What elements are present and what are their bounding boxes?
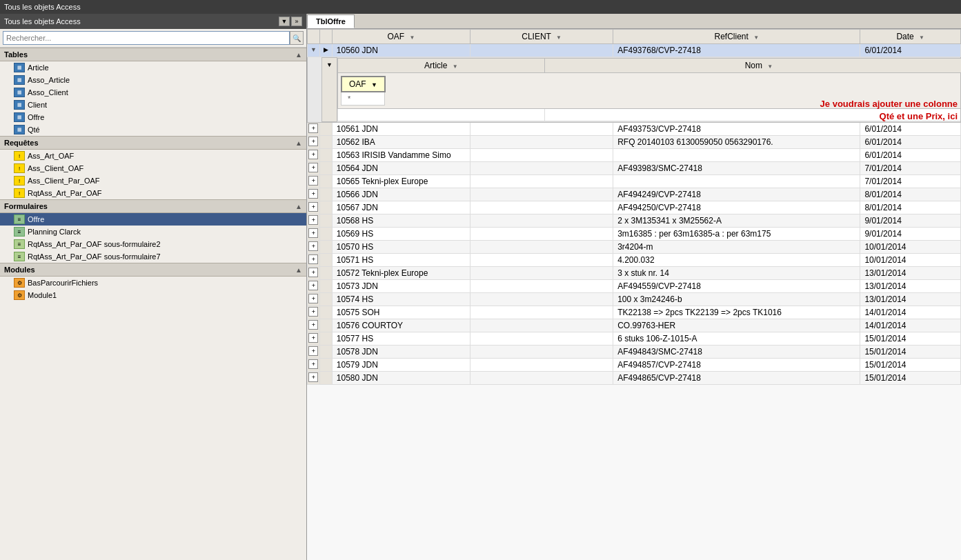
nav-item-rqtass-art-par-oaf[interactable]: ! RqtAss_Art_Par_OAF [0,187,306,199]
row-expand-ctrl[interactable]: + [308,372,320,385]
oaf-new-row[interactable]: * [341,92,385,106]
row-expand-ctrl[interactable]: + [308,254,320,267]
sub-col-nom-sort[interactable]: ▼ [767,63,773,70]
table-row[interactable]: + 10579 JDN AF494857/CVP-27418 15/01/201… [308,359,961,372]
nav-item-asso-client[interactable]: ▦ Asso_Client [0,86,306,99]
table-row[interactable]: ▼ ▶ 10560 JDN AF493768/CVP-27418 6/01/20… [308,44,961,57]
row-expand-ctrl[interactable]: + [308,201,320,214]
table-row[interactable]: + 10566 JDN AF494249/CVP-27418 8/01/2014 [308,188,961,201]
nav-item-planning-clarck[interactable]: ≡ Planning Clarck [0,226,306,238]
row-expand-ctrl[interactable]: + [308,293,320,306]
expand-icon[interactable]: + [308,189,318,199]
row-expand-ctrl[interactable]: + [308,136,320,149]
table-row[interactable]: + 10569 HS 3m16385 : per 63m16385-a : pe… [308,228,961,241]
search-button[interactable]: 🔍 [290,31,304,45]
formulaires-collapse-btn[interactable]: ▲ [295,203,302,210]
nav-section-header-modules[interactable]: Modules ▲ [0,263,306,277]
expand-icon[interactable]: + [308,137,318,146]
nav-item-article[interactable]: ▦ Article [0,61,306,74]
row-expand-ctrl[interactable]: + [308,332,320,346]
requetes-collapse-btn[interactable]: ▲ [295,139,302,147]
expand-icon[interactable]: + [308,215,318,225]
nav-item-offre[interactable]: ▦ Offre [0,111,306,123]
nav-item-ass-client-oaf[interactable]: ! Ass_Client_OAF [0,162,306,174]
row-expand-ctrl[interactable]: + [308,214,320,228]
row-expand-ctrl[interactable]: + [308,228,320,241]
expand-icon[interactable]: + [308,176,318,186]
table-row[interactable]: + 10572 Tekni-plex Europe 3 x stuk nr. 1… [308,267,961,280]
col-header-date[interactable]: Date ▼ [860,30,961,44]
expand-icon[interactable]: + [308,228,318,238]
expand-icon[interactable]: + [308,333,318,343]
table-row[interactable]: + 10576 COURTOY CO.99763-HER 14/01/2014 [308,319,961,332]
expand-icon[interactable]: + [308,320,318,330]
row-expand-ctrl[interactable]: + [308,280,320,293]
row-expand-ctrl[interactable]: + [308,149,320,162]
expand-icon[interactable]: + [308,307,318,317]
table-row[interactable]: + 10561 JDN AF493753/CVP-27418 6/01/2014 [308,123,961,136]
table-row[interactable]: + 10571 HS 4.200.032 10/01/2014 [308,254,961,267]
nav-section-header-requetes[interactable]: Requêtes ▲ [0,136,306,150]
row-expand-ctrl[interactable]: ▼ [308,44,320,57]
col-header-refclient[interactable]: RefClient ▼ [613,30,860,44]
table-row[interactable]: + 10574 HS 100 x 3m24246-b 13/01/2014 [308,293,961,306]
table-row[interactable]: + 10577 HS 6 stuks 106-Z-1015-A 15/01/20… [308,332,961,346]
expand-icon[interactable]: + [308,150,318,159]
row-expand-ctrl[interactable]: + [308,188,320,201]
table-row[interactable]: + 10580 JDN AF494865/CVP-27418 15/01/201… [308,372,961,385]
expand-icon[interactable]: + [308,294,318,303]
row-expand-ctrl[interactable]: + [308,162,320,175]
expand-icon[interactable]: + [308,163,318,172]
col-header-oaf[interactable]: OAF ▼ [332,30,470,44]
table-row[interactable]: + 10567 JDN AF494250/CVP-27418 8/01/2014 [308,201,961,214]
nav-item-bas-parcourir[interactable]: ⚙ BasParcourirFichiers [0,277,306,289]
expand-icon[interactable]: + [308,372,318,382]
table-row[interactable]: + 10573 JDN AF494559/CVP-27418 13/01/201… [308,280,961,293]
sub-col-header-nom[interactable]: Nom ▼ [544,59,961,73]
row-expand-ctrl[interactable]: + [308,175,320,188]
table-row[interactable]: + 10570 HS 3r4204-m 10/01/2014 [308,241,961,254]
row-expand-ctrl[interactable]: + [308,319,320,332]
oaf-col-header[interactable]: OAF ▼ [341,77,385,92]
nav-item-client[interactable]: ▦ Client [0,99,306,111]
nav-item-rqtass-sf7[interactable]: ≡ RqtAss_Art_Par_OAF sous-formulaire7 [0,250,306,263]
row-expand-ctrl[interactable]: + [308,241,320,254]
expand-icon[interactable]: + [308,241,318,251]
oaf-col-dropdown[interactable]: ▼ [371,81,377,88]
tab-tbloffre[interactable]: TblOffre [307,14,355,28]
sub-col-article-sort[interactable]: ▼ [453,63,458,70]
close-panel-btn[interactable]: » [291,17,302,26]
expand-icon[interactable]: + [308,359,318,369]
expand-icon[interactable]: + [308,123,318,133]
col-header-client[interactable]: CLIENT ▼ [470,30,613,44]
expand-icon[interactable]: + [308,202,318,212]
nav-item-module1[interactable]: ⚙ Module1 [0,289,306,301]
table-row[interactable]: + 10568 HS 2 x 3M135341 x 3M25562-A 9/01… [308,214,961,228]
expand-icon[interactable]: + [308,281,318,290]
nav-section-header-tables[interactable]: Tables ▲ [0,48,306,61]
sub-table-row[interactable] [337,109,961,121]
col-client-sort[interactable]: ▼ [556,34,562,41]
table-row[interactable]: + 10575 SOH TK22138 => 2pcs TK22139 => 2… [308,306,961,319]
nav-item-qte[interactable]: ▦ Qté [0,123,306,136]
nav-section-header-formulaires[interactable]: Formulaires ▲ [0,199,306,213]
table-row[interactable]: + 10564 JDN AF493983/SMC-27418 7/01/2014 [308,162,961,175]
collapse-panel-btn[interactable]: ▼ [279,17,290,26]
table-row[interactable]: + 10562 IBA RFQ 20140103 6130059050 0563… [308,136,961,149]
nav-item-asso-article[interactable]: ▦ Asso_Article [0,74,306,86]
row-expand-ctrl[interactable]: + [308,346,320,359]
nav-item-rqtass-sf2[interactable]: ≡ RqtAss_Art_Par_OAF sous-formulaire2 [0,238,306,250]
nav-item-offre-form[interactable]: ≡ Offre [0,213,306,226]
sub-col-header-article[interactable]: Article ▼ [337,59,544,73]
col-date-sort[interactable]: ▼ [919,34,924,41]
col-refclient-sort[interactable]: ▼ [753,34,759,41]
search-input[interactable] [3,31,290,45]
expand-icon[interactable]: + [308,254,318,264]
nav-item-ass-art-oaf[interactable]: ! Ass_Art_OAF [0,150,306,162]
expand-icon[interactable]: + [308,268,318,277]
modules-collapse-btn[interactable]: ▲ [295,266,302,274]
sub-table-row-expanded[interactable]: OAF ▼ [337,73,961,109]
row-expand-ctrl[interactable]: + [308,306,320,319]
col-oaf-sort[interactable]: ▼ [409,34,415,41]
table-row[interactable]: + 10563 IRISIB Vandamme Simo 6/01/2014 [308,149,961,162]
